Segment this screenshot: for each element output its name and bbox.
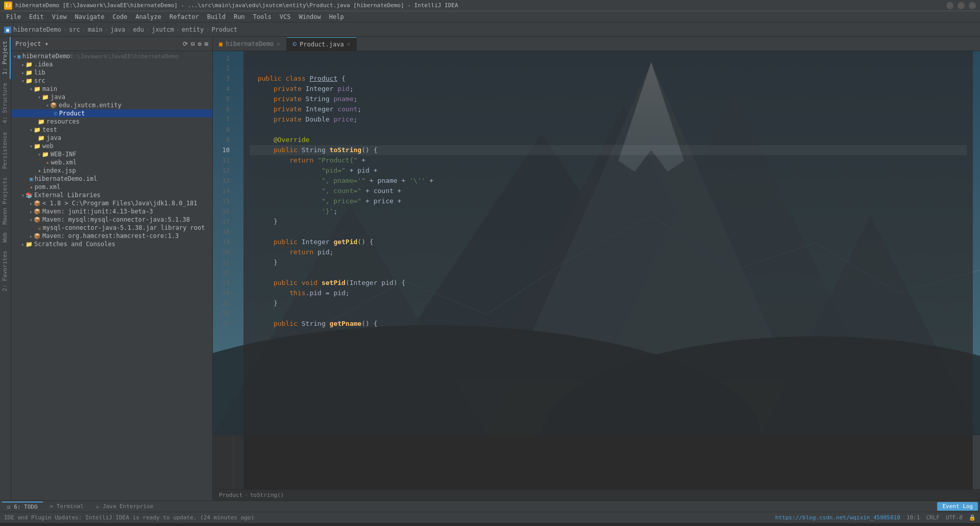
tree-item-label: Scratches and Consoles (34, 241, 115, 248)
tree-item-21[interactable]: ☕ mysql-connector-java-5.1.38.jar librar… (11, 224, 212, 232)
maven-projects-tab[interactable]: Maven Projects (0, 173, 11, 229)
tree-arrow[interactable]: ▸ (21, 62, 24, 67)
tree-arrow[interactable]: ▾ (30, 144, 33, 149)
tree-item-8[interactable]: 📁 resources (11, 117, 212, 126)
code-line-16: '}'; (250, 206, 967, 217)
menu-item-build[interactable]: Build (203, 12, 230, 21)
tree-item-icon: 📁 (34, 127, 41, 133)
tree-item-20[interactable]: ▾ 📦 Maven: mysql:mysql-connector-java:5.… (11, 216, 212, 224)
tree-item-10[interactable]: 📁 java (11, 134, 212, 142)
tab-close-button[interactable]: × (347, 41, 351, 47)
tree-item-label: External Libraries (34, 192, 101, 199)
tree-item-label: Maven: mysql:mysql-connector-java:5.1.38 (42, 216, 190, 223)
settings-icon[interactable]: ⚙ (198, 40, 202, 47)
tree-item-7[interactable]: © Product (11, 109, 212, 117)
tree-arrow[interactable]: ▾ (13, 54, 16, 59)
tree-item-16[interactable]: ✦ pom.xml (11, 183, 212, 191)
tree-item-23[interactable]: ▸ 📁 Scratches and Consoles (11, 240, 212, 248)
tree-item-17[interactable]: ▾ 📚 External Libraries (11, 191, 212, 199)
tree-item-14[interactable]: ✦ index.jsp (11, 166, 212, 175)
bottom-tab-1[interactable]: > Terminal (45, 502, 89, 511)
menu-item-vcs[interactable]: VCS (276, 12, 295, 21)
menu-item-file[interactable]: File (2, 12, 25, 21)
breadcrumb-item-product[interactable]: Product (212, 26, 238, 33)
tree-arrow[interactable]: ▾ (30, 217, 33, 223)
line-number-7: 7 (213, 114, 230, 125)
breadcrumb-item-java[interactable]: java (110, 26, 125, 33)
breadcrumb-item-hibernatedemo[interactable]: hibernateDemo (13, 26, 61, 33)
tree-arrow[interactable]: ▾ (30, 86, 33, 92)
structure-tab[interactable]: 4: Structure (0, 79, 11, 127)
tree-arrow[interactable]: ▾ (38, 94, 41, 100)
gear-icon[interactable]: ⊞ (205, 40, 208, 47)
breadcrumb-separator: › (146, 26, 150, 33)
menu-item-run[interactable]: Run (230, 12, 249, 21)
tree-arrow[interactable]: ▸ (30, 201, 33, 206)
web-tab[interactable]: Web (0, 228, 11, 247)
tree-item-12[interactable]: ▾ 📁 WEB-INF (11, 150, 212, 158)
menu-item-tools[interactable]: Tools (249, 12, 276, 21)
bottom-tab-2[interactable]: ☕ Java Enterprise (91, 502, 159, 511)
status-right: https://blog.csdn.net/wqixin_45085810 10… (775, 514, 976, 521)
status-url[interactable]: https://blog.csdn.net/wqixin_45085810 (775, 514, 900, 521)
tree-arrow[interactable]: ▾ (46, 103, 49, 108)
favorites-tab[interactable]: 2: Favorites (0, 247, 11, 295)
tree-arrow[interactable]: ▸ (21, 242, 24, 247)
tree-item-0[interactable]: ▾ ▣ hibernateDemo E:\Javawork\JavaEE\hib… (11, 52, 212, 60)
breadcrumb-item-main[interactable]: main (88, 26, 103, 33)
minimize-button[interactable]: ─ (946, 2, 953, 9)
tree-item-1[interactable]: ▸ 📁 .idea (11, 60, 212, 68)
editor-breadcrumb-item-product[interactable]: Product (219, 492, 242, 498)
project-tab[interactable]: 1: Project (0, 37, 11, 79)
menu-item-refactor[interactable]: Refactor (165, 12, 203, 21)
tree-item-icon: ☕ (38, 225, 41, 231)
tab-close-button[interactable]: × (277, 41, 280, 47)
tree-item-4[interactable]: ▾ 📁 main (11, 85, 212, 93)
tree-item-2[interactable]: ▸ 📁 lib (11, 68, 212, 77)
tree-item-9[interactable]: ▾ 📁 test (11, 126, 212, 134)
collapse-icon[interactable]: ⊟ (191, 40, 194, 47)
tree-item-13[interactable]: ✦ web.xml (11, 158, 212, 166)
tree-item-3[interactable]: ▾ 📁 src (11, 77, 212, 85)
menu-item-code[interactable]: Code (109, 12, 132, 21)
editor-breadcrumb-item-tostring[interactable]: toString() (250, 492, 284, 498)
tree-arrow[interactable]: ▾ (38, 152, 41, 157)
tree-item-22[interactable]: ▸ 📦 Maven: org.hamcrest:hamcrest-core:1.… (11, 232, 212, 240)
sync-icon[interactable]: ⟳ (183, 40, 188, 47)
tree-item-5[interactable]: ▾ 📁 java (11, 93, 212, 101)
tree-item-18[interactable]: ▸ 📦 < 1.8 > C:\Program Files\Java\jdk1.8… (11, 199, 212, 207)
code-content[interactable]: public class Product { private Integer p… (243, 51, 973, 489)
menu-item-help[interactable]: Help (325, 12, 348, 21)
line-number-8: 8 (213, 125, 230, 135)
menu-item-window[interactable]: Window (295, 12, 325, 21)
menu-item-analyze[interactable]: Analyze (131, 12, 165, 21)
close-button[interactable]: ✕ (969, 2, 976, 9)
tree-arrow[interactable]: ▸ (21, 70, 24, 76)
event-log-button[interactable]: Event Log (937, 502, 978, 511)
breadcrumb-item-edu[interactable]: edu (133, 26, 144, 33)
breadcrumb-item-jxutcm[interactable]: jxutcm (152, 26, 174, 33)
tab-product-tab[interactable]: ©Product.java× (287, 37, 357, 51)
tab-hibernate-demo-tab[interactable]: ▣hibernateDemo× (213, 37, 287, 51)
tree-arrow[interactable]: ▾ (21, 193, 24, 198)
tree-arrow[interactable]: ▸ (30, 233, 33, 239)
tree-arrow[interactable]: ▸ (30, 209, 33, 214)
tree-arrow[interactable]: ▾ (21, 78, 24, 84)
menu-item-view[interactable]: View (48, 12, 71, 21)
tree-item-15[interactable]: ▣ hibernateDemo.iml (11, 175, 212, 183)
tree-item-6[interactable]: ▾ 📦 edu.jxutcm.entity (11, 101, 212, 109)
breadcrumb-separator: › (105, 26, 108, 33)
tree-item-11[interactable]: ▾ 📁 web (11, 142, 212, 150)
breadcrumb-item-src[interactable]: src (69, 26, 80, 33)
maximize-button[interactable]: □ (958, 2, 965, 9)
persistence-tab[interactable]: Persistence (0, 128, 11, 173)
menu-item-edit[interactable]: Edit (25, 12, 48, 21)
code-line-25: } (250, 298, 967, 308)
tree-item-19[interactable]: ▸ 📦 Maven: junit:junit:4.13-beta-3 (11, 207, 212, 216)
menu-item-navigate[interactable]: Navigate (71, 12, 109, 21)
tree-arrow[interactable]: ▾ (30, 127, 33, 133)
line-number-19: 19 (213, 237, 230, 247)
code-editor[interactable]: 1234567891011121314151617181920212223242… (213, 51, 980, 489)
breadcrumb-item-entity[interactable]: entity (182, 26, 204, 33)
bottom-tab-0[interactable]: ☑ 6: TODO (2, 501, 43, 511)
